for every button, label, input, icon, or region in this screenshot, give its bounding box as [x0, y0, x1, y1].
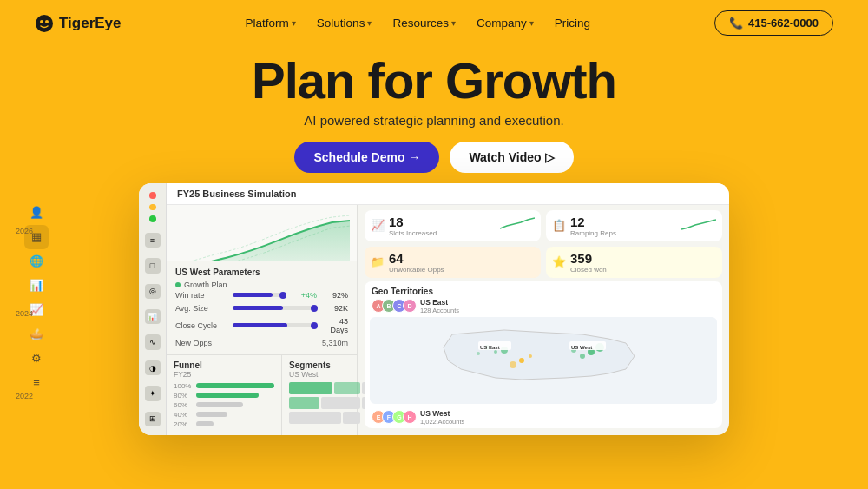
svg-point-12	[529, 354, 532, 358]
us-east-avatars: A B C D	[372, 299, 417, 313]
chevron-down-icon: ▾	[451, 18, 456, 28]
stat-closed-won: ⭐ 359 Closed won	[546, 247, 722, 278]
window-maximize-dot	[149, 215, 156, 222]
svg-point-11	[519, 358, 524, 363]
sidebar-nav-icon-8[interactable]: ⊞	[145, 412, 161, 426]
avatar-8: H	[403, 410, 417, 424]
sidebar-nav-icon-1[interactable]: ≡	[145, 233, 161, 248]
us-map-svg: US East US West	[370, 317, 717, 404]
legend-dot-icon	[175, 282, 181, 287]
chevron-down-icon: ▾	[529, 18, 534, 28]
nav-platform[interactable]: Platform ▾	[246, 17, 296, 30]
card-title-bar: FY25 Business Simulation	[167, 183, 729, 205]
svg-point-8	[494, 350, 497, 354]
sidebar-nav-icon-3[interactable]: ◎	[145, 284, 161, 299]
params-title: US West Parameters	[175, 268, 348, 277]
brand-name: TigerEye	[59, 15, 122, 32]
bottom-panels: Funnel FY25 100% 80%	[167, 354, 357, 435]
timeline-year-2024: 2024	[16, 309, 33, 318]
nav-company[interactable]: Company ▾	[477, 17, 534, 30]
us-east-row: A B C D US East 128 Accounts	[365, 298, 722, 314]
timeline-year-2026: 2026	[16, 227, 33, 235]
svg-point-10	[477, 352, 480, 355]
nav-links: Platform ▾ Solutions ▾ Resources ▾ Compa…	[246, 17, 590, 30]
new-opps-row: New Opps 5,310m	[175, 339, 348, 347]
stat-unworkable-opps: 📁 64 Unworkable Opps	[365, 247, 541, 278]
stats-grid: 📈 18 Slots Increased	[358, 205, 729, 281]
logo-icon	[35, 14, 54, 33]
sidebar-nav-icon-6[interactable]: ◑	[145, 360, 161, 375]
stat-ramping-reps: 📋 12 Ramping Reps	[546, 210, 722, 241]
phone-icon: 📞	[729, 17, 743, 30]
svg-point-2	[45, 20, 49, 23]
stat-icon-2: 📋	[552, 219, 566, 232]
chart-area	[167, 205, 357, 261]
legend-item: Growth Plan	[175, 281, 348, 289]
svg-point-4	[580, 354, 585, 359]
hero-subtitle: AI powered strategic planning and execut…	[0, 113, 868, 128]
funnel-bar-2: 80%	[174, 392, 274, 400]
sparkline-1	[500, 215, 535, 236]
watch-video-button[interactable]: Watch Video ▷	[450, 142, 573, 173]
dashboard-area: 👤 ▦ 🌐 📊 📈 🥧 ⚙ ≡ 2026 2024 2022 ≡ □ ◎	[0, 183, 868, 479]
param-bar-closecycle[interactable]	[233, 323, 317, 327]
card-title: FY25 Business Simulation	[177, 188, 297, 199]
nav-resources[interactable]: Resources ▾	[392, 17, 456, 30]
nav-pricing[interactable]: Pricing	[555, 17, 590, 30]
window-minimize-dot	[149, 204, 156, 211]
sidebar-icon-users[interactable]: 👤	[24, 201, 49, 225]
svg-point-13	[510, 361, 516, 368]
chevron-down-icon: ▾	[292, 18, 296, 28]
sparkline-2	[681, 215, 716, 236]
avatar-4: D	[403, 299, 417, 313]
svg-text:US East: US East	[480, 345, 500, 350]
navigation: TigerEye Platform ▾ Solutions ▾ Resource…	[0, 0, 868, 46]
us-west-avatars: E F G H	[372, 410, 417, 424]
growth-chart	[174, 212, 350, 261]
right-panel: 📈 18 Slots Increased	[358, 205, 729, 435]
sidebar-nav-icon-5[interactable]: ∿	[145, 334, 161, 349]
param-row-closecycle: Close Cycle 43 Days	[175, 317, 348, 334]
sidebar-nav-icon-4[interactable]: 📊	[145, 309, 161, 324]
svg-point-0	[36, 15, 53, 32]
dashboard-cards: ≡ □ ◎ 📊 ∿ ◑ ✦ ⊞ FY25 Business Simulation	[139, 183, 729, 435]
nav-solutions[interactable]: Solutions ▾	[317, 17, 372, 30]
window-close-dot	[149, 192, 156, 199]
funnel-panel: Funnel FY25 100% 80%	[167, 355, 282, 435]
us-west-row: E F G H US West 1,022 Accounts	[365, 409, 722, 426]
geo-map-section: Geo Territories A B C D US E	[365, 281, 722, 428]
stat-icon-4: ⭐	[552, 255, 566, 268]
stat-slots-increased: 📈 18 Slots Increased	[365, 210, 541, 241]
param-row-avgsize: Avg. Size 92K	[175, 304, 348, 313]
sidebar-nav-icon-7[interactable]: ✦	[145, 386, 161, 400]
main-dashboard-card: ≡ □ ◎ 📊 ∿ ◑ ✦ ⊞ FY25 Business Simulation	[139, 183, 729, 435]
card-body: US West Parameters Growth Plan Win rate	[167, 205, 729, 435]
param-row-winrate: Win rate +4% 92%	[175, 291, 348, 300]
phone-cta-button[interactable]: 📞 415-662-0000	[714, 10, 833, 36]
svg-text:US West: US West	[571, 345, 592, 350]
param-bar-winrate[interactable]	[233, 293, 286, 297]
sidebar-nav-icon-2[interactable]: □	[145, 258, 161, 273]
card-content: FY25 Business Simulation	[167, 183, 729, 435]
funnel-bar-1: 100%	[174, 382, 274, 390]
funnel-bar-4: 40%	[174, 411, 274, 419]
timeline-year-2022: 2022	[16, 392, 33, 400]
param-bar-avgsize[interactable]	[233, 306, 317, 310]
hero-title: Plan for Growth	[0, 55, 868, 108]
left-panel: US West Parameters Growth Plan Win rate	[167, 205, 358, 435]
svg-point-1	[40, 20, 43, 23]
funnel-bar-5: 20%	[174, 420, 274, 428]
stat-icon-1: 📈	[371, 219, 385, 232]
params-section: US West Parameters Growth Plan Win rate	[167, 261, 357, 354]
hero-section: Plan for Growth AI powered strategic pla…	[0, 46, 868, 180]
hero-buttons: Schedule Demo → Watch Video ▷	[0, 142, 868, 173]
card-window-controls: ≡ □ ◎ 📊 ∿ ◑ ✦ ⊞	[139, 183, 167, 435]
stat-icon-3: 📁	[371, 255, 385, 268]
chevron-down-icon: ▾	[367, 18, 372, 28]
funnel-bar-3: 60%	[174, 401, 274, 409]
schedule-demo-button[interactable]: Schedule Demo →	[294, 142, 439, 173]
logo[interactable]: TigerEye	[35, 14, 122, 33]
geo-map-visual: US East US West	[370, 317, 717, 404]
